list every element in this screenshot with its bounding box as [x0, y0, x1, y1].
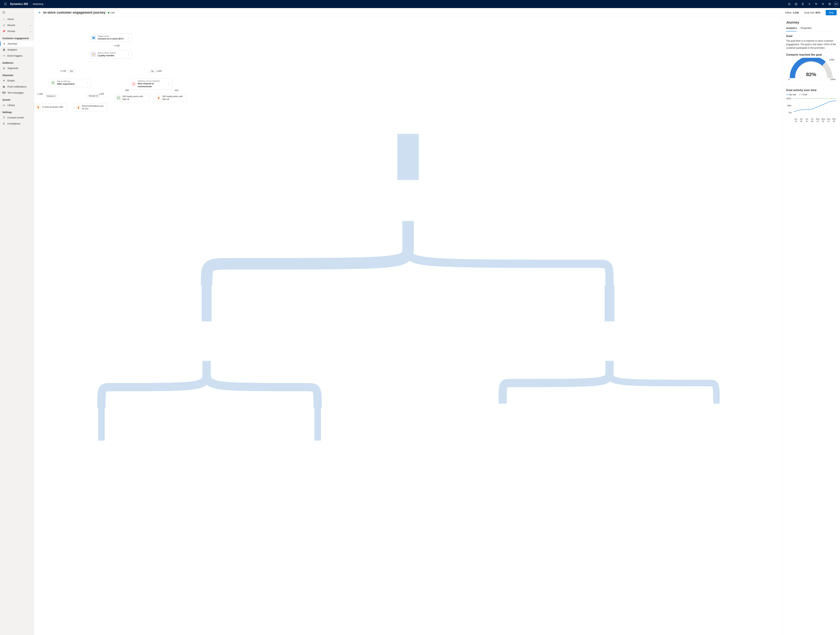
reach-heading: Contacts reached the goal	[786, 53, 836, 57]
nav-section-heading: Customer engagement	[0, 34, 34, 41]
tab-analytics[interactable]: Analytics	[786, 27, 797, 32]
svg-rect-21	[397, 134, 418, 180]
status-label: Live	[111, 11, 115, 14]
flow-node-loyalty-points-left[interactable]: 💬 500 loyalty points with sign-up	[115, 93, 150, 102]
page-title: In-store customer engagement journey	[43, 11, 106, 14]
left-nav: ⌂Home◷Recent⌄📌Pinned⌄ Customer engagemen…	[0, 8, 34, 635]
goal-gauge: 1,680 82% 0 100%	[786, 58, 836, 83]
svg-point-4	[5, 4, 6, 5]
nav-item-library[interactable]: ⫿⫿Library	[0, 102, 34, 108]
goal-description: The goal here is to improve in-store cus…	[786, 39, 836, 50]
brand-label[interactable]: Dynamics 365	[10, 3, 28, 6]
gauge-value: 82%	[786, 71, 836, 77]
nav-item-push[interactable]: ▣Push notifications	[0, 84, 34, 90]
svg-point-11	[795, 3, 797, 5]
chevron-down-icon: ⌄	[30, 24, 32, 27]
settings-gear-icon[interactable]	[819, 0, 826, 8]
svg-point-3	[4, 4, 5, 5]
nav-item-text[interactable]: ⌨Text messages	[0, 90, 34, 96]
goal-met-metric: Goal met: 82%	[804, 11, 820, 14]
area-label[interactable]: Marketing	[33, 3, 43, 5]
nav-item-consent[interactable]: ☑Consent center	[0, 115, 34, 121]
nav-item-compliance[interactable]: ⛨Compliance	[0, 121, 34, 127]
svg-rect-23	[98, 408, 105, 441]
svg-point-2	[6, 3, 7, 3]
flow-node-trigger[interactable]: ▮▮ Trigger event Connect to in-store Wi-…	[89, 33, 132, 42]
search-icon[interactable]	[786, 0, 793, 8]
branch-no-pill[interactable]: No	[149, 70, 156, 73]
chat-icon: 💬	[117, 95, 121, 100]
nav-section-heading: Settings	[0, 108, 34, 115]
nav-section-heading: Audience	[0, 59, 34, 65]
optimize-right-count: 420	[175, 89, 178, 92]
filter-icon[interactable]	[813, 0, 819, 8]
node-more-icon[interactable]: ⋮	[86, 82, 90, 84]
back-arrow-icon[interactable]	[38, 11, 41, 14]
recent-icon: ◷	[2, 24, 5, 27]
version-b-count: 1,350	[99, 93, 104, 95]
node-more-icon[interactable]: ⋮	[167, 83, 171, 85]
gauge-top-label: 1,680	[829, 58, 834, 61]
add-icon[interactable]	[806, 0, 813, 8]
ab-test-icon: ⚗	[51, 81, 55, 85]
nav-item-analytics[interactable]: ䷀Analytics	[0, 47, 34, 53]
journey-side-panel: Journey Analytics Properties Goal The go…	[782, 17, 840, 635]
branch-yes-count: 2,700	[60, 70, 66, 72]
user-avatar[interactable]: MT	[834, 2, 838, 6]
tab-properties[interactable]: Properties	[801, 27, 812, 31]
svg-point-9	[788, 3, 790, 5]
svg-point-8	[6, 5, 7, 5]
nav-item-home[interactable]: ⌂Home	[0, 16, 34, 22]
flow-node-loyalty-points-right[interactable]: ▮ 500 loyalty points with sign-up	[155, 93, 187, 102]
chart-legend: By day Goal	[786, 93, 836, 96]
svg-rect-24	[314, 408, 321, 441]
optimize-icon: ✦	[131, 82, 136, 86]
wifi-event-icon: ▮▮	[91, 35, 96, 40]
nav-collapse-toggle[interactable]	[0, 9, 34, 16]
version-a-pill[interactable]: Version A	[44, 95, 58, 98]
flow-node-branch[interactable]: ⚡ Add an if/then branch Loyalty member ⋮	[89, 51, 132, 58]
version-b-pill[interactable]: Version B	[87, 94, 100, 98]
live-dot-icon	[108, 12, 109, 13]
library-icon: ⫿⫿	[2, 104, 5, 106]
flow-node-offer-a[interactable]: ▮ In-store exclusive offer	[34, 103, 67, 111]
flow-node-optimize[interactable]: ✦ Optimize across channels Best channel …	[130, 79, 172, 90]
goal-activity-chart: 100% 50% 0% Jun15Jun30Jul15Jul30Aug15Aug…	[786, 98, 836, 123]
status-indicator: Live	[108, 11, 115, 14]
svg-point-6	[4, 5, 5, 5]
nav-section-heading: Channels	[0, 71, 34, 77]
app-launcher-icon[interactable]	[2, 3, 9, 5]
nav-section-heading: Assets	[0, 96, 34, 102]
stop-button[interactable]: Stop	[826, 10, 837, 15]
home-icon: ⌂	[2, 18, 5, 21]
branch-no-count: 1,400	[156, 70, 162, 72]
nav-item-triggers[interactable]: ⇥Event triggers	[0, 53, 34, 59]
nav-item-segments[interactable]: ◍Segments	[0, 65, 34, 71]
help-icon[interactable]	[826, 0, 833, 8]
lightbulb-icon[interactable]	[799, 0, 806, 8]
node-more-icon[interactable]: ⋮	[126, 36, 130, 39]
flow-node-offer-b[interactable]: ▮ Recommendations just for you	[74, 103, 107, 112]
gauge-min-label: 0	[788, 78, 789, 81]
flow-count-trigger: 4,100	[114, 44, 120, 47]
offer-icon: ▮	[157, 95, 161, 100]
offer-icon: ▮	[36, 105, 41, 109]
flow-node-ab-test[interactable]: ⚗ Add an A/B test Offer experiment ⋮	[49, 79, 92, 87]
app-topbar: Dynamics 365 Marketing MT	[0, 0, 840, 8]
nav-item-journeys[interactable]: ⇉Journeys	[0, 41, 34, 47]
svg-point-1	[5, 3, 6, 3]
task-check-icon[interactable]	[793, 0, 799, 8]
panel-tabs: Analytics Properties	[786, 27, 836, 32]
svg-rect-25	[605, 285, 614, 321]
consent-icon: ☑	[2, 116, 5, 119]
branch-yes-pill[interactable]: Yes	[68, 70, 75, 73]
branch-icon: ⚡	[91, 52, 96, 57]
emails-icon: ✉	[2, 79, 5, 82]
version-a-count: 1,350	[37, 93, 43, 95]
node-more-icon[interactable]: ⋮	[126, 53, 130, 56]
nav-item-recent[interactable]: ◷Recent⌄	[0, 22, 34, 28]
journey-canvas[interactable]: ▮▮ Trigger event Connect to in-store Wi-…	[34, 17, 782, 635]
inflow-metric: Inflow: 4,100	[785, 11, 799, 14]
nav-item-emails[interactable]: ✉Emails	[0, 77, 34, 84]
nav-item-pinned[interactable]: 📌Pinned⌄	[0, 28, 34, 34]
